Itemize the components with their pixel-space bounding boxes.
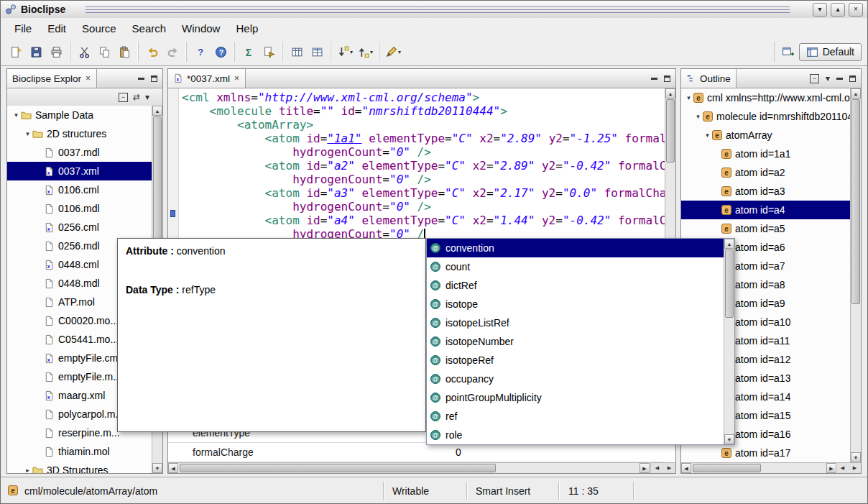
proposal-convention[interactable]: @convention [427, 239, 724, 257]
proposal-occupancy[interactable]: @occupancy [427, 370, 724, 388]
scroll-down-icon[interactable]: ▼ [152, 463, 162, 473]
shade-button-icon[interactable]: ▾ [813, 3, 827, 17]
menu-file[interactable]: File [6, 19, 40, 37]
scroll-right-icon[interactable]: ▶ [640, 463, 650, 473]
menu-search[interactable]: Search [124, 19, 175, 37]
scroll-up-icon[interactable]: ▲ [152, 106, 162, 116]
scroll-up-icon[interactable]: ▲ [851, 88, 861, 98]
menu-source[interactable]: Source [74, 19, 124, 37]
scroll-down-icon[interactable]: ▼ [724, 434, 734, 444]
menu-edit[interactable]: Edit [40, 19, 74, 37]
proposal-count[interactable]: @count [427, 257, 724, 276]
dropdown-arrow-icon[interactable]: ▾ [370, 49, 373, 55]
editor-tab[interactable]: x *0037.xml × [168, 69, 246, 88]
scroll-right-icon[interactable]: ▶ [826, 463, 836, 473]
minimize-icon[interactable] [138, 78, 144, 80]
outline-item-atom-id-1a1[interactable]: eatom id=1a1 [681, 145, 850, 163]
outline-vertical-scrollbar[interactable]: ▲ ▼ [850, 88, 861, 462]
outline-item-atom-id-a4[interactable]: eatom id=a4 [681, 201, 850, 219]
help-button[interactable]: ? [211, 42, 231, 62]
outline-item-atom-id-a5[interactable]: eatom id=a5 [681, 219, 850, 238]
close-icon[interactable]: × [234, 73, 240, 83]
undo-button[interactable] [142, 42, 162, 62]
scroll-left-icon[interactable]: ◀ [681, 463, 691, 473]
previous-page-icon[interactable]: ◀ [836, 463, 849, 473]
paste-button[interactable] [114, 42, 134, 62]
expanded-arrow-icon[interactable]: ▾ [23, 130, 32, 137]
proposal-ref[interactable]: @ref [427, 407, 724, 426]
previous-page-icon[interactable]: ◀ [651, 463, 663, 473]
expanded-arrow-icon[interactable]: ▾ [11, 111, 21, 119]
proposal-pointGroupMultiplicity[interactable]: @pointGroupMultiplicity [427, 388, 724, 407]
outline-item-molecule-id-nmrshiftdb20110444[interactable]: ▾emolecule id=nmrshiftdb20110444 [681, 107, 850, 126]
editor-horizontal-scrollbar[interactable]: ◀ ▶ [168, 462, 650, 473]
table-button[interactable] [287, 42, 307, 62]
outline-item-atom-id-a17[interactable]: eatom id=a17 [681, 444, 850, 462]
dropdown-arrow-icon[interactable]: ▾ [398, 49, 401, 55]
question-button[interactable]: ? [190, 42, 211, 62]
expanded-arrow-icon[interactable]: ▾ [684, 94, 693, 101]
close-icon[interactable]: × [85, 73, 91, 83]
minimize-icon[interactable] [836, 78, 843, 80]
assist-vertical-scrollbar[interactable]: ▲ ▼ [724, 239, 734, 444]
cut-button[interactable] [74, 42, 94, 62]
maximize-icon[interactable] [849, 75, 856, 82]
scrollbar-thumb[interactable] [693, 464, 761, 472]
scrollbar-thumb[interactable] [851, 99, 860, 304]
dropdown-arrow-icon[interactable]: ▾ [350, 49, 353, 55]
open-perspective-icon[interactable] [782, 46, 794, 58]
maximize-icon[interactable] [151, 75, 157, 82]
explorer-item-thiamin.mol[interactable]: thiamin.mol [7, 442, 152, 461]
matrix-button[interactable] [307, 42, 327, 62]
explorer-tab[interactable]: Bioclipse Explor × [7, 69, 97, 88]
sigma-button[interactable]: Σ [239, 42, 259, 62]
explorer-item-2D-structures[interactable]: ▾2D structures [7, 124, 152, 143]
prev-annotation-button[interactable]: ▾ [355, 42, 375, 62]
collapsed-arrow-icon[interactable]: ▸ [23, 467, 32, 473]
proposal-isotopeRef[interactable]: @isotopeRef [427, 351, 724, 370]
outline-item-atomArray[interactable]: ▾eatomArray [681, 126, 850, 145]
explorer-item-0256.cml[interactable]: x0256.cml [7, 218, 152, 237]
scroll-down-icon[interactable]: ▼ [851, 452, 861, 462]
maximize-icon[interactable] [664, 75, 670, 82]
scrollbar-thumb[interactable] [180, 464, 496, 472]
link-with-editor-icon[interactable]: ⇄ [133, 92, 140, 102]
print-button[interactable] [46, 42, 66, 62]
proposal-isotopeListRef[interactable]: @isotopeListRef [427, 313, 724, 332]
explorer-item-0037.mdl[interactable]: 0037.mdl [7, 143, 152, 162]
menu-window[interactable]: Window [174, 19, 228, 37]
view-menu-icon[interactable]: ▾ [826, 73, 830, 83]
explorer-item-0106.mdl[interactable]: 0106.mdl [7, 199, 152, 218]
outline-item-atom-id-a2[interactable]: eatom id=a2 [681, 163, 850, 182]
explorer-item-0106.cml[interactable]: x0106.cml [7, 180, 152, 199]
property-row[interactable]: formalCharge0 [168, 443, 665, 462]
close-button-icon[interactable]: × [849, 3, 863, 17]
next-annotation-button[interactable]: ▾ [335, 42, 355, 62]
collapse-all-icon[interactable]: − [119, 93, 128, 102]
collapse-all-icon[interactable]: − [810, 74, 819, 83]
proposal-isotope[interactable]: @isotope [427, 295, 724, 313]
next-page-icon[interactable]: ▶ [849, 463, 861, 473]
proposal-isotopeNumber[interactable]: @isotopeNumber [427, 332, 724, 351]
proposal-role[interactable]: @role [427, 426, 724, 444]
outline-item-cml-xmlns-http-www.xml-cml.org-schema[interactable]: ▾ecml xmlns=http://www.xml-cml.org/schem… [681, 88, 850, 107]
copy-button[interactable] [94, 42, 114, 62]
outline-horizontal-scrollbar[interactable]: ◀ ▶ [681, 462, 836, 473]
expanded-arrow-icon[interactable]: ▾ [693, 113, 703, 120]
scroll-up-icon[interactable]: ▲ [665, 88, 675, 98]
redo-button[interactable] [162, 42, 183, 62]
wand-button[interactable]: ▾ [383, 42, 403, 62]
scrollbar-thumb[interactable] [666, 99, 675, 162]
outline-item-atom-id-a3[interactable]: eatom id=a3 [681, 182, 850, 201]
maximize-button-icon[interactable]: ▴ [831, 3, 845, 17]
run-script-button[interactable] [259, 42, 279, 62]
view-menu-icon[interactable]: ▾ [145, 92, 149, 102]
minimize-icon[interactable] [651, 78, 657, 80]
scroll-up-icon[interactable]: ▲ [724, 239, 734, 249]
menu-help[interactable]: Help [228, 19, 266, 37]
next-page-icon[interactable]: ▶ [663, 463, 675, 473]
outline-tab[interactable]: Outline [681, 69, 737, 88]
explorer-item-3D-Structures[interactable]: ▸3D Structures [7, 461, 152, 473]
proposal-dictRef[interactable]: @dictRef [427, 276, 724, 295]
default-perspective-button[interactable]: Default [799, 43, 862, 61]
